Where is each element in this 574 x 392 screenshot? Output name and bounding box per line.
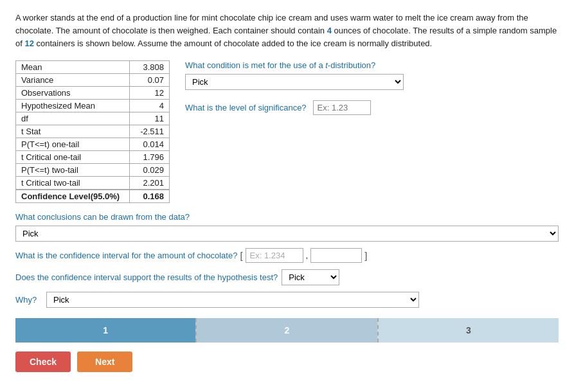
dci-label: Does the confidence interval support the…: [15, 272, 278, 282]
check-button[interactable]: Check: [15, 352, 71, 372]
why-row: Why? PickThe hypothesized mean is within…: [15, 292, 559, 308]
q1-label: What condition is met for the use of a t…: [185, 60, 559, 70]
ci-input-2[interactable]: [310, 248, 362, 263]
stats-label: Hypothesized Mean: [16, 100, 130, 112]
button-row: Check Next: [15, 352, 559, 372]
q1-section: What condition is met for the use of a t…: [185, 60, 559, 90]
q2-select[interactable]: PickReject the null hypothesis.Fail to r…: [15, 226, 559, 242]
stats-value: 3.808: [129, 61, 169, 74]
stats-label: Confidence Level(95.0%): [16, 190, 130, 203]
right-panel: What condition is met for the use of a t…: [185, 60, 559, 115]
why-select[interactable]: PickThe hypothesized mean is within the …: [46, 292, 419, 308]
stats-value: -2.511: [129, 125, 169, 138]
q2-label: What conclusions can be drawn from the d…: [15, 212, 559, 222]
stats-label: df: [16, 112, 130, 125]
stats-label: P(T<=t) one-tail: [16, 138, 130, 151]
stats-label: t Critical two-tail: [16, 177, 130, 190]
stats-label: Mean: [16, 61, 130, 74]
stats-value: 0.07: [129, 74, 169, 87]
ci-bracket-open: [: [240, 250, 242, 261]
q1-select[interactable]: PickThe population standard deviation is…: [185, 74, 404, 90]
ci-comma: ,: [306, 251, 309, 260]
progress-bar: 123: [15, 318, 559, 343]
stats-label: t Stat: [16, 125, 130, 138]
stats-value: 12: [129, 87, 169, 100]
content-area: Mean3.808Variance0.07Observations12Hypot…: [15, 60, 559, 203]
stats-value: 0.014: [129, 138, 169, 151]
ci-label: What is the confidence interval for the …: [15, 251, 237, 260]
progress-segment-3: 3: [377, 318, 559, 343]
num-4: 4: [327, 26, 332, 35]
stats-value: 0.029: [129, 164, 169, 177]
significance-label: What is the level of significance?: [185, 103, 307, 112]
why-label: Why?: [15, 295, 41, 305]
stats-value: 4: [129, 100, 169, 112]
significance-input[interactable]: [313, 100, 371, 115]
stats-value: 0.168: [129, 190, 169, 203]
stats-label: t Critical one-tail: [16, 151, 130, 164]
stats-value: 1.796: [129, 151, 169, 164]
stats-table: Mean3.808Variance0.07Observations12Hypot…: [15, 60, 170, 203]
progress-segment-1: 1: [15, 318, 195, 343]
next-button[interactable]: Next: [77, 352, 132, 372]
stats-label: P(T<=t) two-tail: [16, 164, 130, 177]
stats-label: Observations: [16, 87, 130, 100]
dci-row: Does the confidence interval support the…: [15, 269, 559, 285]
ci-input-1[interactable]: [246, 248, 303, 263]
dci-select[interactable]: PickYesNo: [282, 269, 339, 285]
ci-bracket-close: ]: [364, 250, 367, 261]
num-12: 12: [24, 39, 33, 48]
intro-paragraph: A worker stands at the end of a producti…: [15, 12, 559, 50]
q2-section: What conclusions can be drawn from the d…: [15, 212, 559, 242]
ci-row: What is the confidence interval for the …: [15, 248, 559, 263]
stats-value: 11: [129, 112, 169, 125]
stats-table-container: Mean3.808Variance0.07Observations12Hypot…: [15, 60, 170, 203]
significance-row: What is the level of significance?: [185, 100, 559, 115]
progress-segment-2: 2: [195, 318, 377, 343]
stats-value: 2.201: [129, 177, 169, 190]
stats-label: Variance: [16, 74, 130, 87]
